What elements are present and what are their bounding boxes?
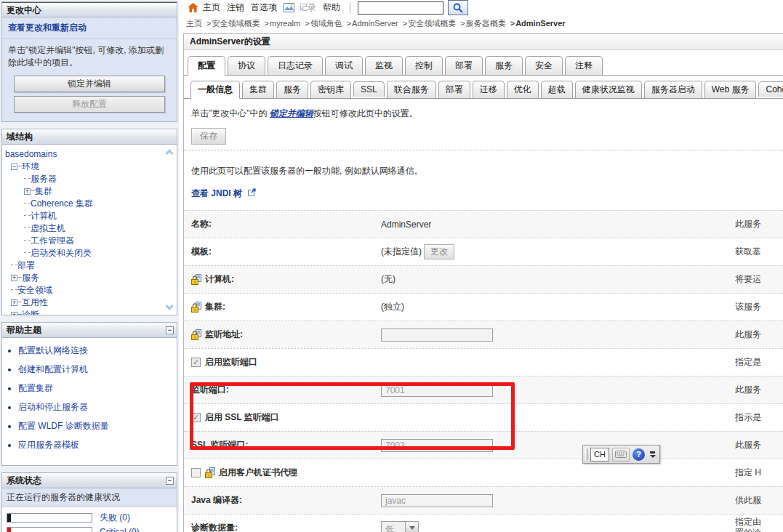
help-link-create-machines[interactable]: 创建和配置计算机 — [18, 364, 88, 374]
breadcrumb-item[interactable]: 安全领域概要 — [398, 19, 456, 28]
listen-address-input[interactable] — [381, 329, 493, 342]
search-input[interactable] — [358, 1, 443, 15]
help-icon[interactable] — [633, 448, 645, 461]
scroll-down-icon[interactable] — [165, 302, 173, 310]
help-link-apply-templates[interactable]: 应用服务器模板 — [18, 440, 79, 450]
diagnostic-volume-select[interactable]: 低 — [381, 521, 419, 532]
change-center-header: 更改中心 — [2, 2, 177, 17]
home-icon[interactable] — [188, 3, 198, 13]
collapse-icon[interactable] — [11, 164, 17, 170]
ssl-port-enabled-checkbox[interactable] — [191, 413, 201, 422]
tab-coherence[interactable]: Coherence — [758, 81, 783, 97]
change-center-description: 单击"锁定并编辑"按钮, 可修改, 添加或删除此域中的项目。 — [2, 39, 177, 72]
keyboard-icon[interactable] — [612, 448, 630, 462]
tab-web-services[interactable]: Web 服务 — [704, 81, 757, 98]
collapse-icon[interactable] — [166, 326, 174, 334]
preferences-link[interactable]: 首选项 — [251, 1, 277, 14]
help-link-wldf-volume[interactable]: 配置 WLDF 诊断数据量 — [18, 421, 109, 431]
help-link-configure-clusters[interactable]: 配置集群 — [18, 383, 53, 393]
tab-deployment-sub[interactable]: 部署 — [438, 81, 470, 98]
tab-services-sub[interactable]: 服务 — [276, 81, 308, 98]
gauge-label-failed[interactable]: 失败 (0) — [100, 512, 130, 524]
tab-keystores[interactable]: 密钥库 — [310, 81, 351, 98]
options-menu-button[interactable] — [648, 448, 657, 462]
expand-icon[interactable] — [11, 299, 17, 306]
search-button[interactable] — [448, 0, 468, 15]
breadcrumb-item[interactable]: 服务器概要 — [456, 19, 505, 28]
expand-icon[interactable] — [11, 312, 17, 315]
view-changes-link[interactable]: 查看更改和重新启动 — [2, 17, 177, 39]
tree-item-startup-shutdown[interactable]: 启动类和关闭类 — [5, 247, 162, 259]
form-row-machine: ! 计算机: (无) 将要运 — [184, 265, 783, 293]
tree-item-work-managers[interactable]: 工作管理器 — [5, 235, 162, 247]
save-button[interactable]: 保存 — [191, 128, 226, 145]
tree-item-machines[interactable]: 计算机 — [5, 210, 162, 222]
tree-item-coherence-clusters[interactable]: Coherence 集群 — [5, 198, 162, 210]
help-link[interactable]: 帮助 — [323, 1, 340, 14]
tree-item-basedomains[interactable]: basedomains — [5, 148, 162, 161]
tab-control[interactable]: 控制 — [405, 56, 443, 75]
tree-item-environment[interactable]: 环境 — [5, 161, 162, 173]
home-link[interactable]: 主页 — [203, 1, 220, 14]
tree-item-security-realms[interactable]: 安全领域 — [5, 284, 162, 297]
tab-server-start[interactable]: 服务器启动 — [644, 81, 702, 98]
breadcrumb-item[interactable]: myrealm — [260, 19, 300, 28]
tab-deployments[interactable]: 部署 — [445, 56, 483, 75]
tree-item-interoperability[interactable]: 互用性 — [5, 297, 162, 309]
breadcrumb-item[interactable]: 领域角色 — [300, 19, 342, 28]
tab-overload[interactable]: 超载 — [541, 81, 573, 98]
lock-edit-notice-link[interactable]: 锁定并编辑 — [270, 108, 313, 118]
gauge-bar — [7, 527, 92, 532]
tab-general[interactable]: 一般信息 — [190, 81, 240, 99]
client-cert-proxy-checkbox[interactable] — [191, 468, 201, 477]
java-compiler-input[interactable] — [381, 494, 493, 507]
tab-debug[interactable]: 调试 — [325, 56, 363, 75]
tab-federation[interactable]: 联合服务 — [387, 81, 436, 98]
gauge-row-critical: Critical (0) — [7, 527, 172, 532]
lock-edit-button[interactable]: 锁定并编辑 — [14, 76, 165, 92]
tree-item-servers[interactable]: 服务器 — [5, 173, 162, 185]
tab-tuning[interactable]: 优化 — [507, 81, 539, 98]
collapse-icon[interactable] — [166, 477, 174, 485]
tab-cluster[interactable]: 集群 — [242, 81, 274, 98]
tab-migration[interactable]: 迁移 — [473, 81, 505, 98]
tab-notes[interactable]: 注释 — [565, 56, 603, 75]
release-config-button[interactable]: 释放配置 — [14, 96, 165, 113]
tab-health-monitoring[interactable]: 健康状况监视 — [575, 81, 642, 98]
ssl-listen-port-input[interactable] — [381, 439, 493, 452]
listen-port-enabled-checkbox[interactable] — [191, 358, 201, 367]
logout-link[interactable]: 注销 — [227, 1, 244, 14]
secondary-tabs: 一般信息集群服务密钥库SSL联合服务部署迁移优化超载健康状况监视服务器启动Web… — [184, 76, 783, 99]
tree-item-services[interactable]: 服务 — [5, 272, 162, 284]
tree-item-deployments[interactable]: 部署 — [5, 259, 162, 272]
tab-security[interactable]: 安全 — [525, 56, 563, 75]
chevron-down-icon[interactable] — [405, 522, 418, 532]
breadcrumb-item[interactable]: 主页 — [186, 19, 202, 28]
help-link-default-network[interactable]: 配置默认网络连接 — [18, 345, 88, 355]
expand-icon[interactable] — [11, 275, 17, 281]
tree-item-clusters[interactable]: 集群 — [5, 185, 162, 198]
tree-item-virtual-hosts[interactable]: 虚拟主机 — [5, 222, 162, 235]
list-item: 配置集群 — [18, 382, 172, 395]
breadcrumb-item[interactable]: AdminServer — [342, 19, 398, 28]
tab-services[interactable]: 服务 — [485, 56, 523, 75]
tab-protocols[interactable]: 协议 — [228, 56, 265, 75]
jndi-tree-link[interactable]: 查看 JNDI 树 — [191, 188, 242, 198]
listen-port-input[interactable] — [381, 384, 493, 397]
scroll-up-icon[interactable] — [165, 149, 173, 157]
tab-configuration[interactable]: 配置 — [188, 56, 225, 76]
expand-icon[interactable] — [24, 188, 31, 195]
change-template-button[interactable]: 更改 — [424, 244, 454, 259]
tab-logging[interactable]: 日志记录 — [268, 56, 323, 75]
tree-item-diagnostics[interactable]: 诊断 — [5, 309, 162, 315]
tab-ssl[interactable]: SSL — [353, 81, 385, 97]
language-button[interactable]: CH — [590, 448, 609, 462]
gauge-label-critical[interactable]: Critical (0) — [100, 527, 140, 532]
breadcrumb-item[interactable]: 安全领域概要 — [202, 19, 260, 28]
tree-scrollbar[interactable] — [164, 146, 175, 313]
form-row-java-compiler: Java 编译器: 供此服 — [184, 486, 783, 514]
drag-handle[interactable] — [585, 448, 587, 460]
help-link-start-stop-servers[interactable]: 启动和停止服务器 — [18, 402, 88, 412]
tab-monitoring[interactable]: 监视 — [365, 56, 403, 75]
sidebar: 更改中心 查看更改和重新启动 单击"锁定并编辑"按钮, 可修改, 添加或删除此域… — [0, 0, 179, 532]
